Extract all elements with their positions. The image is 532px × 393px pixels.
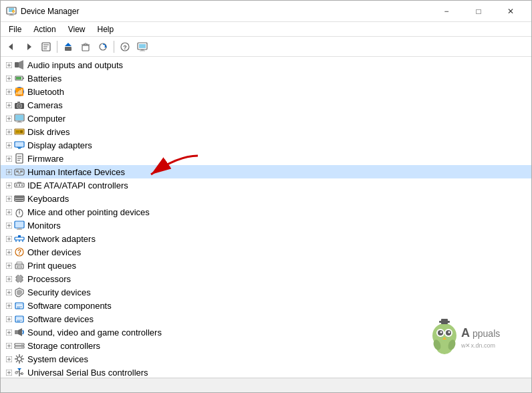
- svg-rect-36: [16, 77, 21, 80]
- tree-icon-bluetooth: 📶: [14, 86, 25, 97]
- tree-expander-audio[interactable]: [3, 59, 14, 70]
- svg-rect-154: [16, 303, 23, 305]
- tree-item-computer[interactable]: Computer: [1, 112, 531, 125]
- tree-label-network: Network adapters: [27, 234, 96, 244]
- svg-marker-168: [18, 328, 22, 336]
- monitor-toolbar-button[interactable]: [134, 39, 150, 54]
- tree-icon-processors: [14, 273, 25, 284]
- content-area: Audio inputs and outputsBatteries📶Blueto…: [1, 57, 531, 378]
- tree-expander-firmware[interactable]: [3, 153, 14, 164]
- tree-item-sound[interactable]: Sound, video and game controllers: [1, 325, 531, 339]
- uninstall-button[interactable]: [78, 39, 94, 54]
- properties-button[interactable]: [38, 39, 54, 54]
- tree-expander-network[interactable]: [3, 233, 14, 244]
- tree-item-monitors[interactable]: Monitors: [1, 219, 531, 232]
- tree-icon-keyboards: [14, 193, 25, 204]
- tree-item-cameras[interactable]: Cameras: [1, 98, 531, 112]
- tree-expander-display-adapters[interactable]: [3, 140, 14, 150]
- menu-action[interactable]: Action: [28, 23, 61, 35]
- tree-expander-hid[interactable]: [3, 166, 14, 177]
- tree-expander-keyboards[interactable]: [3, 193, 14, 204]
- svg-point-179: [17, 357, 21, 361]
- minimize-button[interactable]: −: [431, 1, 462, 22]
- close-button[interactable]: ✕: [495, 1, 526, 22]
- tree-expander-other[interactable]: [3, 247, 14, 257]
- window-title: Device Manager: [21, 7, 431, 16]
- forward-button[interactable]: [21, 39, 37, 54]
- tree-label-system: System devices: [27, 354, 88, 364]
- tree-item-processors[interactable]: Processors: [1, 272, 531, 285]
- device-manager-window: Device Manager − □ ✕ File Action View He…: [0, 0, 532, 393]
- svg-rect-68: [15, 142, 23, 146]
- help-toolbar-button[interactable]: ?: [117, 39, 133, 54]
- tree-expander-sound[interactable]: [3, 327, 14, 338]
- tree-item-network[interactable]: Network adapters: [1, 232, 531, 245]
- tree-item-hid[interactable]: Human Interface Devices: [1, 165, 531, 178]
- tree-item-software-components[interactable]: Software components: [1, 299, 531, 312]
- tree-item-mice[interactable]: Mice and other pointing devices: [1, 205, 531, 219]
- tree-item-print[interactable]: Print queues: [1, 259, 531, 272]
- tree-expander-usb[interactable]: [3, 367, 14, 378]
- tree-item-ide[interactable]: IDE ATA/ATAPI controllers: [1, 178, 531, 192]
- tree-item-firmware[interactable]: Firmware: [1, 152, 531, 165]
- tree-expander-bluetooth[interactable]: [3, 86, 14, 97]
- tree-item-bluetooth[interactable]: 📶Bluetooth: [1, 85, 531, 98]
- svg-rect-172: [15, 344, 24, 346]
- menu-view[interactable]: View: [63, 23, 91, 35]
- svg-rect-12: [65, 47, 72, 51]
- back-button[interactable]: [3, 39, 19, 54]
- scan-button[interactable]: [95, 39, 111, 54]
- tree-expander-storage[interactable]: [3, 340, 14, 351]
- tree-label-processors: Processors: [27, 274, 71, 284]
- tree-item-storage[interactable]: Storage controllers: [1, 339, 531, 352]
- svg-line-185: [21, 360, 23, 362]
- tree-expander-print[interactable]: [3, 260, 14, 271]
- svg-rect-55: [18, 121, 21, 122]
- tree-item-usb[interactable]: Universal Serial Bus controllers: [1, 366, 531, 378]
- tree-item-disk-drives[interactable]: Disk drives: [1, 125, 531, 138]
- tree-expander-software-components[interactable]: [3, 300, 14, 311]
- svg-point-48: [18, 105, 21, 108]
- tree-item-audio[interactable]: Audio inputs and outputs: [1, 58, 531, 72]
- tree-expander-security[interactable]: [3, 287, 14, 297]
- tree-expander-cameras[interactable]: [3, 100, 14, 110]
- tree-label-usb: Universal Serial Bus controllers: [27, 368, 148, 378]
- tree-label-audio: Audio inputs and outputs: [27, 60, 123, 70]
- tree-expander-processors[interactable]: [3, 273, 14, 284]
- tree-item-display-adapters[interactable]: Display adapters: [1, 138, 531, 152]
- menu-file[interactable]: File: [3, 23, 27, 35]
- tree-icon-ide: [14, 180, 25, 190]
- tree-expander-ide[interactable]: [3, 180, 14, 190]
- tree-item-system[interactable]: System devices: [1, 352, 531, 366]
- svg-point-175: [21, 347, 23, 348]
- tree-expander-disk-drives[interactable]: [3, 126, 14, 137]
- tree-item-software-devices[interactable]: Software devices: [1, 312, 531, 325]
- tree-item-security[interactable]: Security devices: [1, 285, 531, 299]
- status-bar: [1, 378, 531, 392]
- svg-rect-173: [15, 346, 24, 348]
- tree-expander-software-devices[interactable]: [3, 313, 14, 324]
- tree-expander-computer[interactable]: [3, 113, 14, 124]
- toolbar-sep-1: [57, 41, 57, 53]
- tree-label-cameras: Cameras: [27, 100, 63, 110]
- svg-marker-6: [9, 43, 13, 50]
- svg-rect-89: [16, 184, 17, 186]
- tree-item-keyboards[interactable]: Keyboards: [1, 192, 531, 205]
- tree-icon-sound: [14, 327, 25, 338]
- menu-help[interactable]: Help: [92, 23, 120, 35]
- tree-item-batteries[interactable]: Batteries: [1, 72, 531, 85]
- maximize-button[interactable]: □: [463, 1, 494, 22]
- tree-expander-mice[interactable]: [3, 207, 14, 217]
- update-driver-button[interactable]: [60, 39, 76, 54]
- app-icon: [6, 6, 17, 17]
- svg-rect-194: [15, 372, 17, 374]
- tree-item-other[interactable]: ?Other devices: [1, 245, 531, 259]
- device-tree[interactable]: Audio inputs and outputsBatteries📶Blueto…: [1, 57, 531, 378]
- svg-rect-82: [16, 170, 19, 172]
- svg-text:📶: 📶: [15, 87, 24, 96]
- svg-text:?: ?: [17, 249, 21, 256]
- tree-expander-monitors[interactable]: [3, 220, 14, 231]
- tree-expander-system[interactable]: [3, 354, 14, 364]
- svg-rect-2: [10, 14, 13, 15]
- tree-expander-batteries[interactable]: [3, 73, 14, 84]
